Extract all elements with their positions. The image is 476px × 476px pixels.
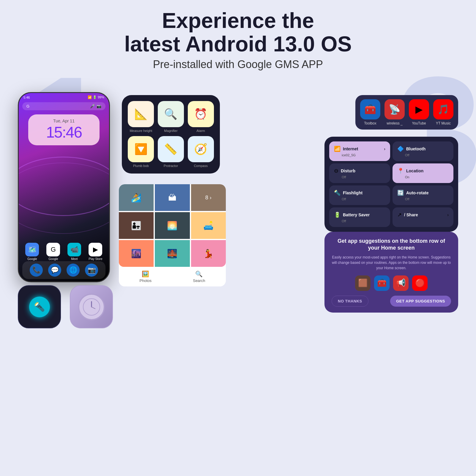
qs-battery-sub: Off [334, 219, 385, 223]
qs-internet-title: Internet [343, 146, 358, 151]
phone-wave-2 [19, 163, 109, 234]
clock-time: 15:46 [34, 123, 94, 141]
quick-settings-panel: 📶 Internet › ice02_5G 🔷 Bluetooth Off ⊖ … [324, 137, 458, 232]
camera-icon: 📷 [97, 104, 101, 108]
qs-bluetooth-sub: Off [397, 153, 449, 157]
qs-flashlight-sub: Off [334, 197, 385, 201]
clock-app-icon[interactable] [70, 285, 113, 328]
qs-tile-share[interactable]: ↗ / Share › [393, 207, 453, 227]
photo-6: 🛋️ [191, 212, 226, 239]
photo-4: 👨‍👧 [119, 212, 154, 239]
photos-grid: 🏄 🏔 8 › 👨‍👧 🌅 🛋️ 🌆 🌉 💃 [119, 184, 226, 267]
qs-bluetooth-title: Bluetooth [406, 146, 425, 151]
battery-icon: 🔋 [334, 212, 341, 218]
app-suggestion-buttons: NO THANKS GET APP SUGGESTIONS [332, 296, 451, 307]
clock-face [78, 294, 105, 320]
phone-app-play-store[interactable]: ▶ Play Store [89, 243, 102, 261]
phone-app-grid: 🗺️ Google G Google 📹 Meet ▶ Play Store [19, 243, 109, 261]
qs-flashlight-title: Flashlight [343, 190, 362, 195]
google-g-icon: G [26, 104, 29, 108]
disturb-icon: ⊖ [334, 168, 338, 174]
phone-status-bar: 5:46 📶 🔋 99% [19, 93, 109, 100]
app-suggestion-title: Get app suggestions on the bottom row of… [332, 238, 451, 252]
mic-icon: 🎤 [90, 104, 95, 108]
qs-tile-disturb[interactable]: ⊖ Disturb Off [329, 163, 390, 183]
phone-screen: 5:46 📶 🔋 99% G 🎤 📷 Tue, Apr 11 15:46 🗺️ … [19, 93, 109, 281]
phone-clock-widget: Tue, Apr 11 15:46 [28, 114, 100, 145]
qs-internet-sub: ice02_5G [334, 153, 385, 157]
photos-bottom-bar: 🖼️ Photos 🔍 Search [119, 267, 226, 286]
tab-photos[interactable]: 🖼️ Photos [140, 270, 152, 283]
status-icons: 📶 🔋 99% [88, 95, 104, 99]
photo-3: 8 › [191, 184, 226, 211]
toolbox-icon: 🧰 [360, 99, 380, 119]
bottom-apps: 🔦 [18, 285, 113, 328]
bluetooth-icon: 🔷 [397, 146, 404, 152]
tool-compass[interactable]: 🧭 Compass [187, 136, 214, 168]
photo-2: 🏔 [155, 184, 190, 211]
chevron-icon: › [384, 146, 385, 151]
page-header: Experience the latest Android 13.0 OS Pr… [0, 9, 476, 71]
dock-phone[interactable]: 📞 [30, 264, 43, 277]
header-subtitle: Pre-installed with Google GMS APP [0, 58, 476, 71]
phone-search-bar[interactable]: G 🎤 📷 [22, 102, 105, 110]
qs-tile-internet[interactable]: 📶 Internet › ice02_5G [329, 141, 390, 161]
qs-location-title: Location [406, 168, 423, 173]
photo-5: 🌅 [155, 212, 190, 239]
qs-tile-bluetooth[interactable]: 🔷 Bluetooth Off [393, 141, 453, 161]
qs-autorotate-sub: Off [397, 197, 449, 201]
qs-tile-battery[interactable]: 🔋 Battery Saver Off [329, 207, 390, 227]
sugg-icon-2: 🧰 [374, 275, 390, 291]
qs-share-title: / Share [404, 212, 418, 217]
tool-alarm[interactable]: ⏰ Alarm [187, 101, 214, 133]
phone-app-google-maps[interactable]: 🗺️ Google [25, 243, 39, 261]
phone-app-google[interactable]: G Google [46, 243, 60, 261]
qs-tile-autorotate[interactable]: 🔄 Auto-rotate Off [393, 185, 453, 205]
tab-search[interactable]: 🔍 Search [193, 270, 205, 283]
yt-music-icon: 🎵 [433, 99, 453, 119]
phone-dock: 📞 💬 🌐 📷 [22, 261, 105, 279]
share-chevron-icon: › [447, 212, 449, 217]
flashlight-circle: 🔦 [29, 297, 50, 317]
get-suggestions-button[interactable]: GET APP SUGGESTIONS [390, 296, 451, 307]
flashlight-app-icon[interactable]: 🔦 [18, 285, 61, 328]
dock-chrome[interactable]: 🌐 [67, 264, 80, 277]
no-thanks-button[interactable]: NO THANKS [332, 296, 368, 307]
tool-plumb-bob[interactable]: 🔽 Plumb bob [128, 136, 154, 168]
tool-measure-height[interactable]: 📐 Measure height [128, 101, 154, 133]
qs-autorotate-title: Auto-rotate [406, 190, 428, 195]
header-title: Experience the latest Android 13.0 OS [0, 9, 476, 56]
qs-disturb-sub: Off [334, 175, 385, 179]
location-icon: 📍 [397, 168, 404, 174]
photos-section: 🏄 🏔 8 › 👨‍👧 🌅 🛋️ 🌆 🌉 💃 🖼️ Photos 🔍 Searc… [119, 184, 226, 286]
qs-battery-title: Battery Saver [343, 212, 370, 217]
autorotate-icon: 🔄 [397, 190, 404, 196]
status-time: 5:46 [23, 96, 30, 99]
qs-tile-location[interactable]: 📍 Location On [393, 163, 453, 183]
clock-date: Tue, Apr 11 [34, 119, 94, 123]
tools-section: 📐 Measure height 🔍 Magnifier ⏰ Alarm 🔽 P… [122, 95, 220, 174]
tool-protractor[interactable]: 📏 Protractor [158, 136, 184, 168]
app-suggestion-panel: Get app suggestions on the bottom row of… [324, 232, 458, 313]
sugg-icon-4: 🔴 [412, 275, 428, 291]
app-suggestion-icons: 🟫 🧰 📢 🔴 [332, 275, 451, 291]
qs-tile-flashlight[interactable]: 🔦 Flashlight Off [329, 185, 390, 205]
app-wireless[interactable]: 📡 wireless _ [384, 99, 405, 125]
tool-magnifier[interactable]: 🔍 Magnifier [158, 101, 184, 133]
tools-grid: 📐 Measure height 🔍 Magnifier ⏰ Alarm 🔽 P… [122, 95, 220, 174]
app-youtube[interactable]: ▶ YouTube [409, 99, 429, 125]
photo-1: 🏄 [119, 184, 154, 211]
photo-9: 💃 [191, 240, 226, 267]
phone-mockup: 5:46 📶 🔋 99% G 🎤 📷 Tue, Apr 11 15:46 🗺️ … [18, 92, 110, 282]
wifi-icon: 📶 [334, 146, 341, 152]
youtube-icon: ▶ [409, 99, 429, 119]
dock-camera[interactable]: 📷 [85, 264, 98, 277]
qs-disturb-title: Disturb [341, 168, 355, 173]
dock-messages[interactable]: 💬 [48, 264, 61, 277]
app-suggestion-desc: Easily access your most-used apps right … [332, 255, 451, 271]
phone-app-meet[interactable]: 📹 Meet [67, 243, 81, 261]
app-yt-music[interactable]: 🎵 YT Music [433, 99, 453, 125]
app-toolbox[interactable]: 🧰 Toolbox [360, 99, 380, 125]
sugg-icon-3: 📢 [393, 275, 409, 291]
flashlight-icon: 🔦 [334, 190, 341, 196]
